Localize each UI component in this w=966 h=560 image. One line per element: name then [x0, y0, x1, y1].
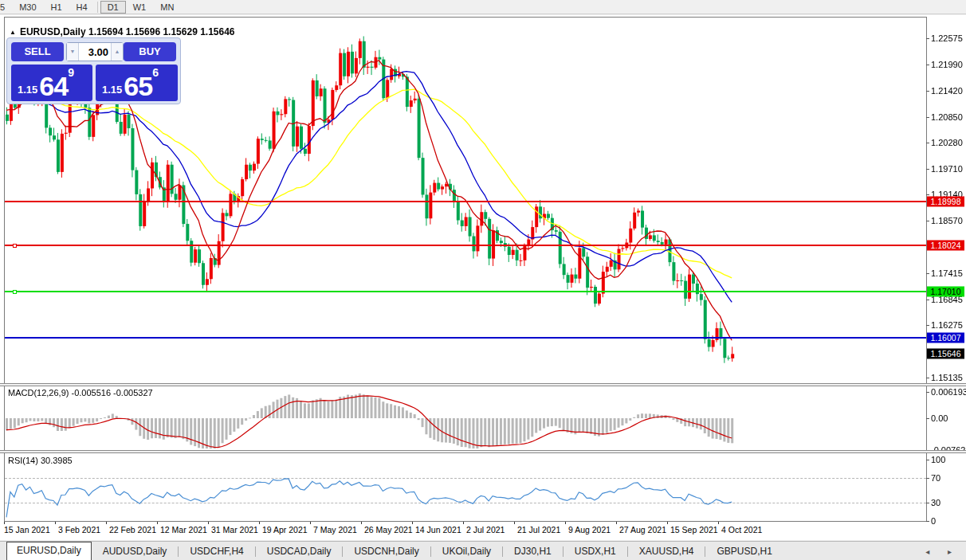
ask-prefix: 1.15	[102, 84, 122, 96]
macd-axis-tick: 0.00	[931, 413, 948, 423]
date-tickmark	[463, 522, 464, 524]
price-axis-tick: 1.19710	[931, 164, 963, 174]
bid-pipette: 9	[68, 66, 74, 79]
date-label: 3 Feb 2021	[58, 525, 100, 535]
date-label: 9 Aug 2021	[568, 525, 611, 535]
macd-indicator-label: MACD(12,26,9) -0.005516 -0.005327	[8, 388, 153, 397]
line-anchor-marker[interactable]	[13, 290, 17, 294]
price-level-tag-1.17010: 1.17010	[927, 287, 964, 297]
date-label: 31 Mar 2021	[211, 525, 258, 535]
tab-scroll-arrows[interactable]: ◂ ▸	[925, 547, 966, 556]
timeframe-button-m30[interactable]: M30	[12, 1, 43, 14]
horizontal-line-1.17010[interactable]	[5, 291, 926, 292]
rsi-pane-splitter[interactable]	[0, 450, 966, 453]
date-tickmark	[361, 522, 362, 524]
date-label: 19 Apr 2021	[262, 525, 308, 535]
chart-title: ▲EURUSD,Daily 1.15694 1.15696 1.15629 1.…	[10, 26, 235, 37]
date-label: 4 Oct 2021	[721, 525, 762, 535]
one-click-trading-panel: SELL ▼ ▲ BUY 1.15 64 9 1.15 65 6	[6, 37, 181, 104]
chart-symbol-period: EURUSD,Daily	[20, 26, 86, 37]
timeframe-button-d1[interactable]: D1	[100, 1, 126, 14]
price-axis-tick: 1.20280	[931, 138, 963, 147]
bid-prefix: 1.15	[18, 84, 37, 96]
chart-tab-eurusd[interactable]: EURUSD,Daily	[6, 542, 92, 560]
date-label: 27 Aug 2021	[619, 525, 666, 535]
quote-open: 1.15694	[88, 26, 123, 37]
chart-tab-ukoil[interactable]: UKOil,Daily	[431, 543, 502, 560]
chart-tab-xauusd[interactable]: XAUUSD,H4	[628, 543, 705, 560]
date-label: 21 Jul 2021	[517, 525, 560, 535]
axis-tickmark	[926, 143, 929, 143]
date-label: 7 May 2021	[313, 525, 357, 535]
horizontal-line-1.16007[interactable]	[5, 337, 926, 339]
rsi-indicator-label: RSI(14) 30.3985	[8, 456, 73, 465]
axis-tickmark	[926, 378, 929, 378]
timeframe-toolbar: 5M30H1H4D1W1MN	[0, 0, 966, 14]
price-axis-tick: 1.22575	[931, 33, 963, 43]
chart-tab-usdx[interactable]: USDX,H1	[564, 543, 627, 560]
rsi-axis-tick: 0	[931, 516, 936, 526]
chart-window: ▲EURUSD,Daily 1.15694 1.15696 1.15629 1.…	[0, 15, 966, 540]
axis-tickmark	[926, 300, 929, 300]
date-label: 15 Sep 2021	[670, 525, 718, 535]
chart-tab-usdchf[interactable]: USDCHF,H4	[179, 543, 254, 560]
timeframe-button-5[interactable]: 5	[0, 1, 12, 14]
price-axis-tick: 1.17415	[931, 268, 963, 278]
axis-tickmark	[926, 273, 929, 274]
date-tickmark	[310, 522, 311, 524]
price-level-tag-1.16007: 1.16007	[927, 332, 964, 343]
chart-tab-usdcnh[interactable]: USDCNH,Daily	[343, 543, 430, 560]
price-axis-tick: 1.15135	[931, 373, 963, 382]
bid-price-button[interactable]: 1.15 64 9	[11, 65, 92, 101]
ask-big-digits: 65	[124, 73, 152, 99]
collapse-panel-icon[interactable]: ▲	[10, 29, 16, 36]
buy-button[interactable]: BUY	[124, 42, 176, 61]
timeframe-button-h4[interactable]: H4	[69, 1, 95, 14]
rsi-axis-tick: 100	[931, 455, 945, 464]
axis-tickmark	[926, 38, 929, 39]
axis-tickmark	[926, 65, 929, 65]
date-label: 12 Mar 2021	[160, 525, 207, 535]
volume-decrease-button[interactable]: ▼	[67, 43, 79, 61]
axis-tickmark	[926, 117, 929, 118]
sell-button[interactable]: SELL	[11, 42, 64, 61]
volume-increase-button[interactable]: ▲	[111, 43, 123, 61]
ask-price-button[interactable]: 1.15 65 6	[96, 65, 178, 101]
chart-tab-bar: EURUSD,DailyAUDUSD,DailyUSDCHF,H4USDCAD,…	[0, 541, 966, 560]
volume-input[interactable]	[79, 43, 111, 61]
axis-tickmark	[926, 521, 929, 522]
quote-close: 1.15646	[200, 26, 234, 37]
date-label: 14 Jun 2021	[415, 525, 461, 535]
macd-pane-splitter[interactable]	[0, 383, 966, 386]
axis-tickmark	[926, 418, 929, 419]
timeframe-button-w1[interactable]: W1	[126, 1, 154, 14]
timeframe-button-h1[interactable]: H1	[44, 1, 69, 14]
quote-high: 1.15696	[126, 26, 160, 37]
date-tickmark	[157, 522, 158, 524]
volume-stepper: ▼ ▲	[66, 42, 124, 61]
date-tickmark	[259, 522, 260, 524]
date-tickmark	[106, 522, 107, 524]
toolbar-separator	[97, 2, 98, 13]
horizontal-line-1.18024[interactable]	[5, 245, 926, 246]
current-price-tag: 1.15646	[927, 349, 964, 359]
chart-tab-usdcad[interactable]: USDCAD,Daily	[256, 543, 343, 560]
date-tickmark	[667, 522, 668, 524]
price-axis-tick: 1.20850	[931, 112, 963, 122]
horizontal-line-1.18998[interactable]	[5, 201, 926, 202]
chart-tab-gbpusd[interactable]: GBPUSD,H1	[705, 543, 783, 560]
price-level-tag-1.18998: 1.18998	[927, 196, 964, 206]
axis-tickmark	[926, 478, 929, 479]
line-anchor-marker[interactable]	[13, 244, 17, 248]
chart-tab-audusd[interactable]: AUDUSD,Daily	[92, 543, 179, 560]
date-tickmark	[4, 522, 5, 524]
timeframe-button-mn[interactable]: MN	[153, 1, 181, 14]
date-label: 26 May 2021	[364, 525, 413, 535]
price-axis-tick: 1.21420	[931, 86, 963, 96]
bid-big-digits: 64	[39, 73, 68, 99]
chart-tab-dj30[interactable]: DJ30,H1	[503, 543, 563, 560]
axis-tickmark	[926, 460, 929, 460]
quote-low: 1.15629	[163, 26, 197, 37]
axis-tickmark	[926, 503, 929, 503]
date-tickmark	[718, 522, 719, 524]
